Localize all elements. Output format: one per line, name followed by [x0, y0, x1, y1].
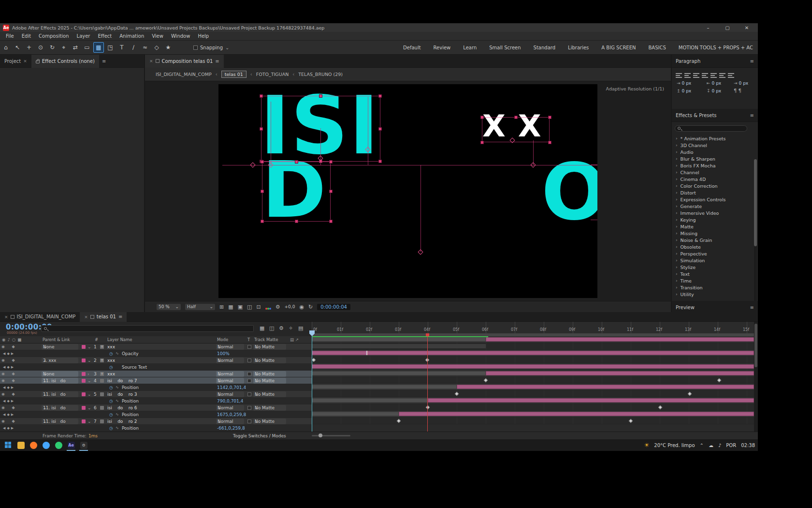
- justify-last-center-icon[interactable]: [710, 73, 717, 78]
- layer-row[interactable]: ◉ ◆ 11. isi do⌄ ⌄ 7 isi do ro 2 Normal⌄ …: [0, 418, 312, 425]
- layer-row[interactable]: ◉ ◆ 11. isi do⌄ ⌄ 5 isi do ro 3 Normal⌄ …: [0, 391, 312, 398]
- parent-select[interactable]: 11. isi do⌄: [42, 418, 78, 424]
- selection-handle[interactable]: [319, 94, 322, 98]
- workspace-small-screen[interactable]: Small Screen: [489, 45, 521, 50]
- menu-view[interactable]: View: [148, 33, 167, 39]
- workspace-motion-tools[interactable]: MOTION TOOLS + PROPS + AC: [679, 45, 753, 50]
- timeline-tab-main-comp[interactable]: ×ISI_DIGITAL_MAIN_COMP: [0, 312, 80, 322]
- layer-bar[interactable]: [312, 364, 754, 369]
- selection-handle[interactable]: [378, 94, 382, 98]
- col-track-matte[interactable]: Track Matte: [254, 336, 278, 344]
- selection-handle[interactable]: [548, 116, 551, 119]
- layer-bar[interactable]: [312, 351, 754, 355]
- property-name[interactable]: Opacity: [122, 350, 139, 357]
- workspace-review[interactable]: Review: [434, 45, 451, 50]
- selection-handle[interactable]: [295, 160, 298, 164]
- property-row[interactable]: ◀◆▶ ◷ ∿ Position 1142,0,701,4: [0, 384, 312, 391]
- label-color-chip[interactable]: [82, 392, 86, 396]
- workspace-default[interactable]: Default: [403, 45, 421, 50]
- keyframe-icon[interactable]: [717, 378, 721, 382]
- align-left-icon[interactable]: [676, 73, 682, 78]
- layer-row[interactable]: ◉ ◆ 11. isi do⌄ ⌄ 4 isi do ro 7 Normal⌄ …: [0, 377, 312, 384]
- selection-handle[interactable]: [260, 94, 263, 98]
- input-language[interactable]: POR: [726, 443, 736, 448]
- t-checkbox[interactable]: [247, 345, 251, 349]
- property-value[interactable]: 1142,0,701,4: [217, 384, 246, 391]
- anchor-point-icon[interactable]: [530, 162, 536, 167]
- graph-icon[interactable]: ∿: [116, 398, 119, 404]
- timeline-zoom-slider[interactable]: [312, 435, 350, 436]
- property-row[interactable]: ◀◆▶ ◷ Source Text: [0, 364, 312, 371]
- selection-handle[interactable]: [480, 141, 484, 144]
- taskbar-explorer-icon[interactable]: [14, 439, 27, 451]
- taskbar-settings-icon[interactable]: ⚙: [77, 439, 90, 451]
- effects-category[interactable]: ›Channel: [672, 169, 755, 176]
- mode-select[interactable]: Normal⌄: [216, 371, 244, 377]
- timeline-tab-telas-01[interactable]: ×telas 01≡: [80, 312, 127, 322]
- mask-tool-icon[interactable]: ◳: [105, 42, 116, 53]
- mode-select[interactable]: Normal⌄: [216, 418, 244, 424]
- onedrive-cloud-icon[interactable]: ☁: [709, 443, 713, 448]
- effects-category[interactable]: ›Noise & Grain: [672, 237, 755, 243]
- effects-category[interactable]: ›Keying: [672, 216, 755, 223]
- motion-blur-icon[interactable]: ▤: [298, 325, 303, 331]
- workspace-libraries[interactable]: Libraries: [568, 45, 589, 50]
- effects-category[interactable]: ›Expression Controls: [672, 196, 755, 203]
- close-tab-icon[interactable]: ×: [149, 59, 153, 63]
- layer-bar[interactable]: [486, 337, 754, 342]
- adaptive-resolution-label[interactable]: Adaptive Resolution (1/1): [606, 86, 664, 91]
- col-mode[interactable]: Mode: [217, 336, 228, 344]
- space-before-field[interactable]: ↥0 px: [677, 89, 691, 93]
- keyframe-icon[interactable]: [455, 392, 459, 396]
- timeline-graph-area[interactable]: ‖: [312, 336, 754, 432]
- keyframe-icon[interactable]: [397, 419, 401, 423]
- twirl-icon[interactable]: ⌄: [87, 357, 91, 364]
- effects-category[interactable]: ›* Animation Presets: [672, 135, 755, 142]
- justify-last-right-icon[interactable]: [719, 73, 725, 78]
- align-right-icon[interactable]: [693, 73, 699, 78]
- workspace-a-big-screen[interactable]: A BIG SCREEN: [601, 45, 636, 50]
- selection-handle[interactable]: [378, 127, 382, 131]
- t-checkbox[interactable]: [247, 359, 251, 362]
- stopwatch-icon[interactable]: ◷: [109, 398, 113, 404]
- selection-handle[interactable]: [260, 127, 263, 131]
- parent-select[interactable]: None⌄: [42, 344, 78, 350]
- paragraph-direction-buttons[interactable]: ¶ ¶: [734, 88, 741, 93]
- breadcrumb-foto-tiguan[interactable]: FOTO_TIGUAN: [256, 72, 289, 77]
- property-name[interactable]: Position: [122, 411, 139, 418]
- anchor-point-icon[interactable]: [250, 162, 255, 167]
- twirl-icon[interactable]: ⌄: [87, 391, 91, 398]
- layer-name[interactable]: xxx: [107, 371, 115, 377]
- label-color-chip[interactable]: [82, 419, 86, 423]
- tab-composition[interactable]: × Composition telas 01 ≡: [145, 55, 224, 68]
- minimize-button[interactable]: –: [700, 25, 716, 30]
- selection-handle[interactable]: [261, 160, 264, 164]
- timeline-search-input[interactable]: [41, 325, 254, 332]
- twirl-icon[interactable]: ⌄: [87, 404, 91, 411]
- selection-handle[interactable]: [378, 160, 382, 163]
- start-button[interactable]: [2, 439, 14, 451]
- channel-icon[interactable]: [265, 302, 271, 312]
- selection-handle[interactable]: [261, 190, 264, 193]
- layer-bar[interactable]: [428, 398, 754, 403]
- effects-category[interactable]: ›Generate: [672, 203, 755, 209]
- selection-handle[interactable]: [261, 220, 264, 223]
- zoom-select[interactable]: 50 %⌄: [157, 304, 181, 310]
- effects-category[interactable]: ›Audio: [672, 149, 755, 155]
- pan-tool-icon[interactable]: ⇄: [70, 42, 81, 53]
- layer-bar[interactable]: [457, 385, 754, 389]
- parent-select[interactable]: 11. isi do⌄: [42, 391, 78, 397]
- stopwatch-icon[interactable]: ◷: [109, 350, 113, 357]
- show-snapshot-icon[interactable]: ↻: [308, 304, 313, 310]
- keyframe-icon[interactable]: [629, 419, 633, 423]
- selection-handle[interactable]: [329, 190, 333, 193]
- stopwatch-icon[interactable]: ◷: [109, 384, 113, 391]
- menu-help[interactable]: Help: [194, 33, 213, 39]
- layer-row[interactable]: ◉ ◆ None⌄ ⌄ 1 T xxx Normal⌄ No Matte⌄: [0, 344, 312, 350]
- composition-viewer[interactable]: Adaptive Resolution (1/1) ISI D O XX: [145, 81, 671, 301]
- keyframe-icon[interactable]: [688, 392, 692, 396]
- t-checkbox[interactable]: [247, 372, 251, 376]
- panel-menu-icon[interactable]: ≡: [750, 59, 754, 64]
- align-center-icon[interactable]: [684, 73, 691, 78]
- effects-category[interactable]: ›Transition: [672, 284, 755, 291]
